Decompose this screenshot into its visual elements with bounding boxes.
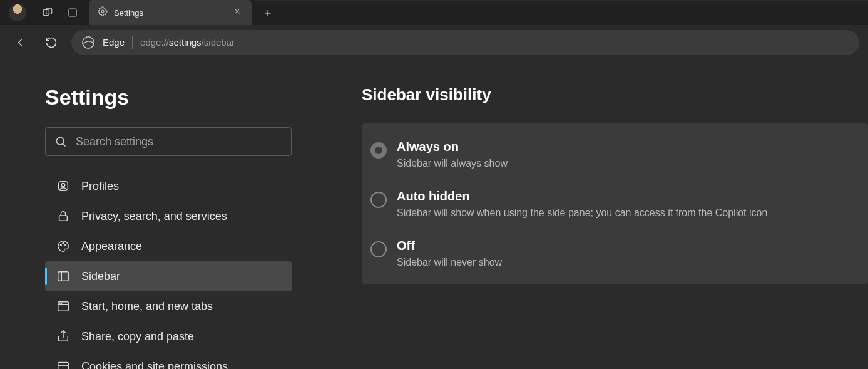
svg-point-21	[59, 303, 60, 304]
radio-indicator[interactable]	[370, 241, 387, 257]
nav-label: Sidebar	[81, 270, 120, 283]
tabstrip-area	[280, 0, 868, 25]
tab-title: Settings	[114, 8, 229, 18]
gear-icon	[98, 6, 108, 19]
svg-rect-17	[58, 272, 69, 281]
svg-point-9	[56, 137, 64, 145]
profile-avatar[interactable]	[9, 4, 26, 21]
svg-point-12	[61, 183, 65, 187]
window-icon	[56, 299, 70, 313]
profiles-icon	[56, 179, 70, 193]
nav-item-sidebar[interactable]: Sidebar	[45, 261, 292, 291]
content: Settings Profiles Privacy, search, and s…	[0, 60, 868, 369]
nav-label: Privacy, search, and services	[81, 210, 227, 223]
nav-item-cookies[interactable]: Cookies and site permissions	[45, 351, 292, 369]
option-desc: Sidebar will show when using the side pa…	[397, 207, 767, 219]
search-settings[interactable]	[45, 127, 292, 156]
settings-sidebar: Settings Profiles Privacy, search, and s…	[0, 60, 315, 369]
option-label: Auto hidden	[397, 189, 767, 204]
option-off[interactable]: Off Sidebar will never show	[362, 229, 868, 278]
nav-item-start[interactable]: Start, home, and new tabs	[45, 291, 292, 321]
tab-actions-icon[interactable]	[60, 0, 85, 25]
new-tab-button[interactable]	[255, 0, 280, 25]
svg-line-10	[63, 144, 66, 147]
refresh-button[interactable]	[40, 31, 63, 54]
edge-logo-icon	[81, 36, 95, 49]
share-icon	[56, 330, 70, 343]
section-title: Sidebar visibility	[362, 85, 868, 105]
option-desc: Sidebar will always show	[397, 158, 508, 169]
search-input[interactable]	[76, 135, 282, 148]
option-label: Off	[397, 239, 502, 253]
option-label: Always on	[397, 140, 508, 154]
nav-item-profiles[interactable]: Profiles	[45, 171, 292, 201]
option-desc: Sidebar will never show	[397, 257, 502, 268]
radio-indicator[interactable]	[370, 142, 387, 159]
browser-tab[interactable]: Settings	[89, 0, 252, 25]
search-icon	[54, 135, 67, 148]
svg-point-15	[63, 243, 64, 244]
radio-indicator[interactable]	[370, 192, 387, 208]
svg-point-22	[61, 303, 62, 304]
svg-point-14	[60, 244, 61, 246]
nav-label: Profiles	[81, 180, 119, 193]
sidebar-icon	[56, 269, 70, 283]
url-text: edge://settings/sidebar	[140, 37, 235, 48]
option-always-on[interactable]: Always on Sidebar will always show	[362, 130, 868, 179]
address-bar[interactable]: Edge edge://settings/sidebar	[71, 30, 859, 55]
close-tab-button[interactable]	[229, 7, 245, 18]
svg-point-3	[101, 10, 104, 13]
svg-point-16	[65, 244, 66, 246]
source-label: Edge	[103, 37, 125, 48]
svg-rect-2	[69, 9, 76, 16]
nav-label: Appearance	[81, 240, 142, 253]
nav-item-appearance[interactable]: Appearance	[45, 231, 292, 261]
toolbar: Edge edge://settings/sidebar	[0, 25, 868, 60]
lock-icon	[56, 209, 70, 223]
main-panel: Sidebar visibility Always on Sidebar wil…	[315, 60, 868, 369]
palette-icon	[56, 239, 70, 253]
workspaces-icon[interactable]	[35, 0, 60, 25]
svg-rect-13	[59, 216, 68, 221]
option-auto-hidden[interactable]: Auto hidden Sidebar will show when using…	[362, 179, 868, 229]
settings-nav: Profiles Privacy, search, and services A…	[45, 171, 292, 369]
back-button[interactable]	[9, 31, 31, 54]
nav-label: Start, home, and new tabs	[81, 300, 213, 313]
sidebar-visibility-group: Always on Sidebar will always show Auto …	[362, 123, 868, 284]
nav-item-privacy[interactable]: Privacy, search, and services	[45, 201, 292, 231]
nav-item-share[interactable]: Share, copy and paste	[45, 321, 292, 351]
page-title: Settings	[45, 85, 315, 110]
titlebar: Settings	[0, 0, 868, 25]
separator	[132, 36, 133, 49]
cookies-icon	[56, 360, 70, 369]
nav-label: Share, copy and paste	[81, 330, 194, 343]
nav-label: Cookies and site permissions	[81, 360, 228, 370]
